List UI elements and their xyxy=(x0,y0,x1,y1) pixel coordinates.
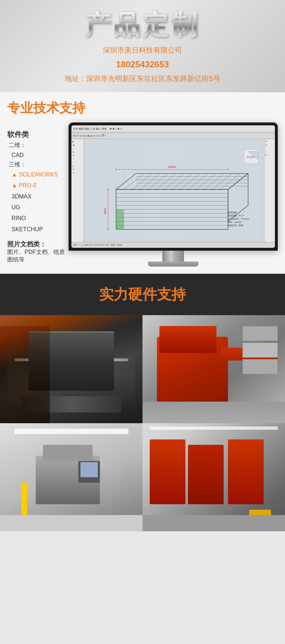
tech-content: 软件类 二维： CAD 三维： SOLIDWORKS PRO-E 3DMAX U… xyxy=(7,122,278,267)
software-category-label: 软件类 xyxy=(7,130,65,139)
monitor-container: 文件 编辑 视图 工具 窗口 帮助 ▶ ■ □ ◈ ≡ ⊞ ⊟ ✎ ⊕ ⊘ ◈ … xyxy=(69,122,278,267)
cad-main-area: ▶◀↕⊕✎□○⌀⊘↗ xyxy=(71,139,275,248)
cad-status-text: 命令： X: 1250.00 Y: 876.50 Z: 0.00 模型 布局1 xyxy=(73,243,123,247)
company-address: 地址：深圳市光明新区东坑社区东发路新亿街5号 xyxy=(7,72,278,85)
svg-text:10200: 10200 xyxy=(168,165,176,169)
company-info: 深圳市美日科技有限公司 18025432653 地址：深圳市光明新区东坑社区东发… xyxy=(7,44,278,85)
factory-photo-4 xyxy=(142,423,285,531)
hardware-title: 实力硬件支持 xyxy=(7,285,278,304)
software-3dmax: 3DMAX xyxy=(7,191,65,202)
software-sketchup: SKETCHUP xyxy=(7,224,65,235)
cad-canvas: 10200 5600 Front xyxy=(84,139,264,248)
cad-menu-items: 文件 编辑 视图 工具 窗口 帮助 ▶ ■ □ ◈ ≡ xyxy=(73,127,122,131)
svg-rect-41 xyxy=(116,210,124,229)
cad-right-panel: ⊕⊖↕□⊘ xyxy=(264,139,275,248)
header-section: 产品定制 深圳市美日科技有限公司 18025432653 地址：深圳市光明新区东… xyxy=(0,0,285,92)
svg-text:图纸规格：: 图纸规格： xyxy=(228,211,239,214)
cad-toolbar: 文件 编辑 视图 工具 窗口 帮助 ▶ ■ □ ◈ ≡ xyxy=(71,125,275,133)
cad-toolbar-icons: ⊞ ⊟ ✎ ⊕ ⊘ ◈ ▣ ▤ ⊛ ⊜ ⊝ ≡ ≣ ≡ xyxy=(73,134,106,137)
hardware-section: 实力硬件支持 xyxy=(0,274,285,315)
svg-text:表面处理：喷塑: 表面处理：喷塑 xyxy=(228,224,243,227)
svg-text:VPN钢管长：约 550m: VPN钢管长：约 550m xyxy=(228,218,249,220)
photo-doc-desc: 图片、PDF文档、纸质图纸等 xyxy=(7,249,65,264)
software-ug: UG xyxy=(7,202,65,213)
factory-photo-grid xyxy=(0,315,285,531)
factory-photo-2 xyxy=(142,315,285,423)
tech-support-title: 专业技术支持 xyxy=(7,99,278,117)
cad-left-panel: ▶◀↕⊕✎□○⌀⊘↗ xyxy=(71,139,84,248)
monitor-frame: 文件 编辑 视图 工具 窗口 帮助 ▶ ■ □ ◈ ≡ ⊞ ⊟ ✎ ⊕ ⊘ ◈ … xyxy=(69,122,278,251)
monitor-stand-neck xyxy=(162,251,184,261)
cad-status-bar: 命令： X: 1250.00 Y: 876.50 Z: 0.00 模型 布局1 xyxy=(71,242,275,248)
photo-doc-title: 照片文档类： xyxy=(7,240,65,249)
svg-text:单套重量：约 1T: 单套重量：约 1T xyxy=(228,215,244,217)
software-solidworks: SOLIDWORKS xyxy=(7,169,65,180)
software-list: 软件类 二维： CAD 三维： SOLIDWORKS PRO-E 3DMAX U… xyxy=(7,122,65,264)
photo-doc-section: 照片文档类： 图片、PDF文档、纸质图纸等 xyxy=(7,240,65,264)
cad-svg: 10200 5600 Front xyxy=(84,139,264,248)
software-cad: CAD xyxy=(7,150,65,161)
company-phone: 18025432653 xyxy=(7,57,278,72)
factory-photo-1 xyxy=(0,315,142,423)
software-proe: PRO-E xyxy=(7,180,65,191)
two-d-label: 二维： xyxy=(7,142,65,149)
tech-support-section: 专业技术支持 软件类 二维： CAD 三维： SOLIDWORKS PRO-E … xyxy=(0,92,285,274)
main-title: 产品定制 xyxy=(7,11,278,39)
company-name: 深圳市美日科技有限公司 xyxy=(7,44,278,57)
monitor-stand-base xyxy=(148,261,198,267)
svg-text:材料：Q235B: 材料：Q235B xyxy=(228,221,241,223)
three-d-label: 三维： xyxy=(7,161,65,169)
cad-toolbar2: ⊞ ⊟ ✎ ⊕ ⊘ ◈ ▣ ▤ ⊛ ⊜ ⊝ ≡ ≣ ≡ xyxy=(71,133,275,139)
cad-left-tools: ▶◀↕⊕✎□○⌀⊘↗ xyxy=(73,140,83,175)
cad-right-tools: ⊕⊖↕□⊘ xyxy=(265,140,274,157)
svg-text:5600: 5600 xyxy=(104,208,107,214)
factory-photo-3 xyxy=(0,423,142,531)
monitor-screen: 文件 编辑 视图 工具 窗口 帮助 ▶ ■ □ ◈ ≡ ⊞ ⊟ ✎ ⊕ ⊘ ◈ … xyxy=(71,125,275,248)
software-rino: RINO xyxy=(7,213,65,224)
